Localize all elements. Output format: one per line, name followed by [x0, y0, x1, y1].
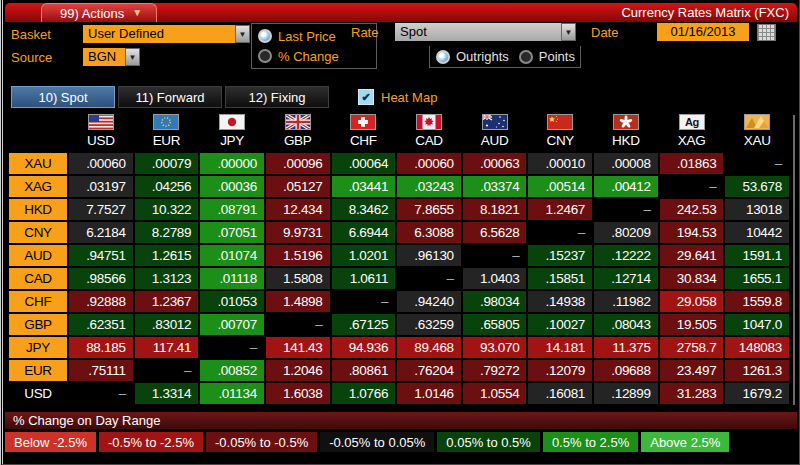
cell-hkd-cny[interactable]: 1.2467 — [528, 199, 592, 220]
cell-hkd-chf[interactable]: 8.3462 — [332, 199, 396, 220]
cell-usd-cad[interactable]: 1.0146 — [397, 383, 461, 404]
cell-cad-hkd[interactable]: .12714 — [594, 268, 658, 289]
rate-mode-radio-label[interactable]: Points — [539, 49, 575, 64]
cell-xag-jpy[interactable]: .00036 — [200, 176, 264, 197]
cell-aud-cad[interactable]: .96130 — [397, 245, 461, 266]
cell-usd-xau[interactable]: 1679.2 — [725, 383, 789, 404]
cell-cad-cny[interactable]: .15851 — [528, 268, 592, 289]
col-header-xau[interactable]: XAU — [725, 133, 789, 149]
cell-xau-gbp[interactable]: .00096 — [266, 153, 330, 174]
cell-aud-usd[interactable]: .94751 — [69, 245, 133, 266]
cell-eur-eur[interactable]: – — [135, 360, 199, 381]
row-label-hkd[interactable]: HKD — [9, 199, 67, 220]
cell-xag-aud[interactable]: .03374 — [463, 176, 527, 197]
cell-chf-cny[interactable]: .14938 — [528, 291, 592, 312]
cell-xau-usd[interactable]: .00060 — [69, 153, 133, 174]
rate-mode-radio-label[interactable]: Outrights — [456, 49, 509, 64]
cell-jpy-eur[interactable]: 117.41 — [135, 337, 199, 358]
cell-chf-gbp[interactable]: 1.4898 — [266, 291, 330, 312]
tab--forward[interactable]: 11) Forward — [118, 86, 222, 108]
cell-aud-cny[interactable]: .15237 — [528, 245, 592, 266]
col-header-xag[interactable]: XAG — [660, 133, 724, 149]
cell-jpy-gbp[interactable]: 141.43 — [266, 337, 330, 358]
cell-gbp-gbp[interactable]: – — [266, 314, 330, 335]
cell-gbp-xau[interactable]: 1047.0 — [725, 314, 789, 335]
cell-eur-chf[interactable]: .80861 — [332, 360, 396, 381]
cell-eur-jpy[interactable]: .00852 — [200, 360, 264, 381]
cell-jpy-hkd[interactable]: 11.375 — [594, 337, 658, 358]
rate-mode-radio-icon[interactable] — [519, 50, 533, 64]
cell-cad-gbp[interactable]: 1.5808 — [266, 268, 330, 289]
cell-xau-cad[interactable]: .00060 — [397, 153, 461, 174]
source-dropdown-arrow-icon[interactable]: ▼ — [125, 48, 140, 66]
cell-xau-cny[interactable]: .00010 — [528, 153, 592, 174]
cell-xag-chf[interactable]: .03441 — [332, 176, 396, 197]
cell-chf-xau[interactable]: 1559.8 — [725, 291, 789, 312]
price-mode-radio-icon[interactable] — [258, 29, 272, 43]
col-header-chf[interactable]: CHF — [332, 133, 396, 149]
cell-cad-jpy[interactable]: .01118 — [200, 268, 264, 289]
cell-aud-xag[interactable]: 29.641 — [660, 245, 724, 266]
row-label-aud[interactable]: AUD — [9, 245, 67, 266]
calendar-icon[interactable] — [757, 24, 776, 41]
cell-usd-cny[interactable]: .16081 — [528, 383, 592, 404]
source-select[interactable]: BGN — [83, 48, 125, 66]
cell-eur-usd[interactable]: .75111 — [69, 360, 133, 381]
cell-gbp-eur[interactable]: .83012 — [135, 314, 199, 335]
cell-chf-cad[interactable]: .94240 — [397, 291, 461, 312]
cell-cad-aud[interactable]: 1.0403 — [463, 268, 527, 289]
cell-usd-usd[interactable]: – — [69, 383, 133, 404]
cell-aud-gbp[interactable]: 1.5196 — [266, 245, 330, 266]
row-label-jpy[interactable]: JPY — [9, 337, 67, 358]
cell-cad-chf[interactable]: 1.0611 — [332, 268, 396, 289]
cell-xag-xau[interactable]: 53.678 — [725, 176, 789, 197]
cell-jpy-aud[interactable]: 93.070 — [463, 337, 527, 358]
cell-xau-chf[interactable]: .00064 — [332, 153, 396, 174]
date-input[interactable]: 01/16/2013 — [657, 23, 749, 41]
cell-cad-eur[interactable]: 1.3123 — [135, 268, 199, 289]
row-label-usd[interactable]: USD — [9, 383, 67, 404]
cell-usd-aud[interactable]: 1.0554 — [463, 383, 527, 404]
row-label-xau[interactable]: XAU — [9, 153, 67, 174]
row-label-chf[interactable]: CHF — [9, 291, 67, 312]
cell-xag-usd[interactable]: .03197 — [69, 176, 133, 197]
cell-cny-xau[interactable]: 10442 — [725, 222, 789, 243]
col-header-eur[interactable]: EUR — [135, 133, 199, 149]
cell-hkd-xau[interactable]: 13018 — [725, 199, 789, 220]
cell-xag-xag[interactable]: – — [660, 176, 724, 197]
cell-cny-xag[interactable]: 194.53 — [660, 222, 724, 243]
basket-select[interactable]: User Defined — [83, 25, 235, 43]
cell-hkd-cad[interactable]: 7.8655 — [397, 199, 461, 220]
cell-jpy-xag[interactable]: 2758.7 — [660, 337, 724, 358]
cell-aud-jpy[interactable]: .01074 — [200, 245, 264, 266]
cell-cny-jpy[interactable]: .07051 — [200, 222, 264, 243]
rate-dropdown-arrow-icon[interactable]: ▼ — [561, 23, 576, 41]
rate-mode-radio-icon[interactable] — [436, 50, 450, 64]
cell-xau-jpy[interactable]: .00000 — [200, 153, 264, 174]
cell-xag-hkd[interactable]: .00412 — [594, 176, 658, 197]
cell-usd-chf[interactable]: 1.0766 — [332, 383, 396, 404]
cell-gbp-cny[interactable]: .10027 — [528, 314, 592, 335]
cell-eur-xag[interactable]: 23.497 — [660, 360, 724, 381]
cell-jpy-jpy[interactable]: – — [200, 337, 264, 358]
cell-gbp-chf[interactable]: .67125 — [332, 314, 396, 335]
cell-cad-usd[interactable]: .98566 — [69, 268, 133, 289]
cell-hkd-eur[interactable]: 10.322 — [135, 199, 199, 220]
cell-jpy-usd[interactable]: 88.185 — [69, 337, 133, 358]
cell-chf-eur[interactable]: 1.2367 — [135, 291, 199, 312]
tab--spot[interactable]: 10) Spot — [11, 86, 115, 108]
cell-hkd-aud[interactable]: 8.1821 — [463, 199, 527, 220]
cell-xau-hkd[interactable]: .00008 — [594, 153, 658, 174]
cell-hkd-xag[interactable]: 242.53 — [660, 199, 724, 220]
basket-dropdown-arrow-icon[interactable]: ▼ — [235, 25, 250, 43]
cell-chf-jpy[interactable]: .01053 — [200, 291, 264, 312]
cell-eur-aud[interactable]: .79272 — [463, 360, 527, 381]
col-header-hkd[interactable]: HKD — [594, 133, 658, 149]
cell-xag-cny[interactable]: .00514 — [528, 176, 592, 197]
cell-aud-eur[interactable]: 1.2615 — [135, 245, 199, 266]
cell-aud-xau[interactable]: 1591.1 — [725, 245, 789, 266]
cell-cny-gbp[interactable]: 9.9731 — [266, 222, 330, 243]
col-header-cny[interactable]: CNY — [528, 133, 592, 149]
cell-xag-eur[interactable]: .04256 — [135, 176, 199, 197]
cell-gbp-aud[interactable]: .65805 — [463, 314, 527, 335]
